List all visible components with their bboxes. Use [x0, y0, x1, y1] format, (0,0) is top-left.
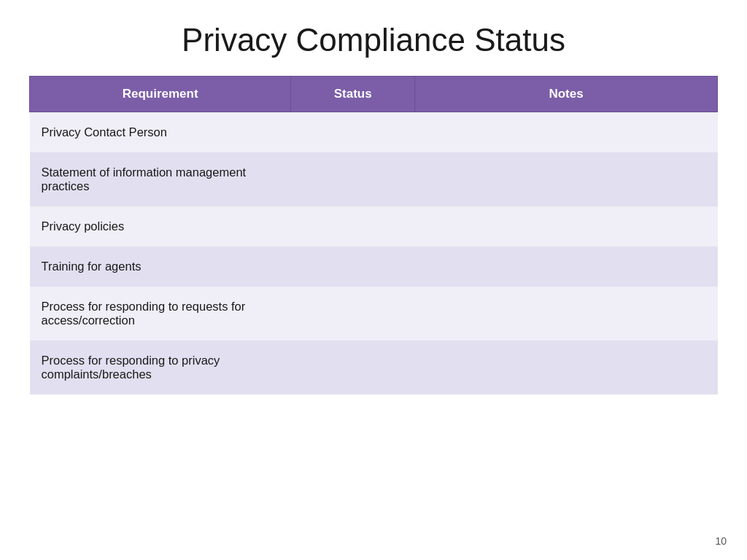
- table-row: Training for agents: [30, 246, 718, 287]
- row-requirement: Training for agents: [30, 246, 291, 287]
- row-status: [291, 152, 415, 206]
- header-requirement: Requirement: [30, 77, 291, 112]
- header-notes: Notes: [415, 77, 718, 112]
- table-row: Privacy policies: [30, 206, 718, 246]
- table-body: Privacy Contact Person Statement of info…: [30, 112, 718, 395]
- page-title: Privacy Compliance Status: [29, 22, 718, 58]
- row-requirement: Process for responding to requests for a…: [30, 287, 291, 341]
- row-notes: [415, 246, 718, 287]
- page-container: Privacy Compliance Status Requirement St…: [0, 0, 747, 560]
- row-requirement: Privacy policies: [30, 206, 291, 246]
- table-row: Process for responding to privacy compla…: [30, 341, 718, 394]
- table-header: Requirement Status Notes: [30, 77, 718, 112]
- header-row: Requirement Status Notes: [30, 77, 718, 112]
- compliance-table: Requirement Status Notes Privacy Contact…: [29, 76, 718, 394]
- table-row: Statement of information management prac…: [30, 152, 718, 206]
- table-row: Privacy Contact Person: [30, 112, 718, 153]
- row-requirement: Privacy Contact Person: [30, 112, 291, 153]
- row-status: [291, 287, 415, 341]
- row-status: [291, 112, 415, 153]
- row-notes: [415, 206, 718, 246]
- table-container: Requirement Status Notes Privacy Contact…: [29, 76, 718, 545]
- row-status: [291, 341, 415, 394]
- row-requirement: Process for responding to privacy compla…: [30, 341, 291, 394]
- row-requirement: Statement of information management prac…: [30, 152, 291, 206]
- row-notes: [415, 112, 718, 153]
- row-notes: [415, 341, 718, 394]
- table-row: Process for responding to requests for a…: [30, 287, 718, 341]
- row-status: [291, 206, 415, 246]
- page-number: 10: [715, 535, 727, 547]
- row-status: [291, 246, 415, 287]
- row-notes: [415, 287, 718, 341]
- row-notes: [415, 152, 718, 206]
- header-status: Status: [291, 77, 415, 112]
